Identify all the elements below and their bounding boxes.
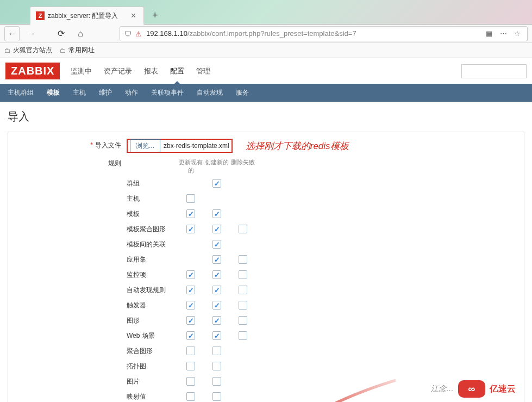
search-input[interactable] <box>461 64 527 78</box>
top-menu-item[interactable]: 监测中 <box>70 63 93 79</box>
rule-checkbox[interactable] <box>186 209 195 218</box>
rule-checkbox[interactable] <box>212 255 221 264</box>
selected-file-name: zbx-redis-template.xml <box>164 142 229 150</box>
rule-checkbox[interactable] <box>212 179 221 188</box>
sub-menu-item[interactable]: 主机 <box>72 84 87 102</box>
reload-button[interactable]: ⟳ <box>53 26 68 41</box>
rule-name: 监控项 <box>127 270 178 280</box>
tab-favicon: Z <box>36 11 45 20</box>
rule-name: 群组 <box>127 179 178 188</box>
rule-checkbox[interactable] <box>212 316 221 325</box>
close-tab-icon[interactable]: × <box>129 11 138 21</box>
rule-checkbox[interactable] <box>212 347 221 355</box>
rule-checkbox[interactable] <box>186 362 195 370</box>
bookmark-bar: 🗀 火狐官方站点 🗀 常用网址 <box>0 43 532 58</box>
url-text: 192.168.1.10/zabbix/conf.import.php?rule… <box>146 29 480 38</box>
rule-checkbox[interactable] <box>239 301 247 310</box>
top-menu-item[interactable]: 配置 <box>169 63 185 79</box>
rule-name: 图形 <box>127 316 178 325</box>
rule-name: 聚合图形 <box>127 347 178 356</box>
watermark-brand: 亿速云 <box>490 384 516 395</box>
rule-checkbox[interactable] <box>239 286 247 294</box>
watermark: 江念… ∞ 亿速云 <box>407 378 516 400</box>
browser-toolbar: ← → ⟳ ⌂ 🛡 ⚠ 192.168.1.10/zabbix/conf.imp… <box>0 24 532 43</box>
zabbix-header: ZABBIX 监测中资产记录报表配置管理 <box>0 58 532 79</box>
back-button[interactable]: ← <box>4 26 20 41</box>
sub-menu-item[interactable]: 主机群组 <box>7 84 35 102</box>
rule-checkbox[interactable] <box>186 331 195 340</box>
rule-checkbox[interactable] <box>186 301 195 310</box>
bookmark-item[interactable]: 🗀 火狐官方站点 <box>4 46 52 55</box>
watermark-logo-icon: ∞ <box>458 380 485 398</box>
top-menu-item[interactable]: 管理 <box>195 63 211 79</box>
shield-icon: 🛡 <box>124 30 132 38</box>
rule-checkbox[interactable] <box>186 270 195 279</box>
rules-label: 规则 <box>35 158 127 175</box>
rule-checkbox[interactable] <box>212 286 221 294</box>
rule-checkbox[interactable] <box>186 377 195 386</box>
rule-checkbox[interactable] <box>239 270 247 279</box>
bookmark-item[interactable]: 🗀 常用网址 <box>60 46 95 55</box>
page-title: 导入 <box>0 102 532 132</box>
rule-checkbox[interactable] <box>186 225 195 233</box>
sub-menu-item[interactable]: 自动发现 <box>196 84 224 102</box>
rule-checkbox[interactable] <box>212 362 221 370</box>
rule-name: 主机 <box>127 194 178 203</box>
sub-menu-item[interactable]: 维护 <box>98 84 113 102</box>
rule-checkbox[interactable] <box>212 240 221 249</box>
rule-checkbox[interactable] <box>186 286 195 294</box>
folder-icon: 🗀 <box>4 47 11 54</box>
folder-icon: 🗀 <box>60 47 66 54</box>
bookmark-label: 火狐官方站点 <box>13 46 52 55</box>
rule-checkbox[interactable] <box>186 347 195 355</box>
rule-checkbox[interactable] <box>239 316 247 325</box>
rule-name: Web 场景 <box>127 331 178 341</box>
address-bar[interactable]: 🛡 ⚠ 192.168.1.10/zabbix/conf.import.php?… <box>120 26 528 41</box>
rule-checkbox[interactable] <box>212 209 221 218</box>
col-header-create: 创建新的 <box>204 158 230 175</box>
forward-button[interactable]: → <box>24 26 39 41</box>
sub-menu-item[interactable]: 模板 <box>46 84 61 102</box>
zabbix-logo[interactable]: ZABBIX <box>5 63 60 79</box>
more-icon[interactable]: ⋯ <box>498 28 509 39</box>
top-menu-item[interactable]: 报表 <box>143 63 159 79</box>
col-header-delete: 删除失败 <box>230 158 256 175</box>
bookmark-star-icon[interactable]: ☆ <box>512 28 523 39</box>
rule-checkbox[interactable] <box>212 270 221 279</box>
tab-title: zabbix_server: 配置导入 <box>48 11 129 21</box>
rule-checkbox[interactable] <box>239 331 247 340</box>
col-header-update: 更新现有的 <box>178 158 204 175</box>
rule-checkbox[interactable] <box>186 194 195 203</box>
rule-checkbox[interactable] <box>212 301 221 310</box>
reader-icon[interactable]: ▦ <box>484 28 495 39</box>
rule-name: 自动发现规则 <box>127 286 178 295</box>
rule-checkbox[interactable] <box>212 377 221 386</box>
rule-name: 拓扑图 <box>127 362 178 371</box>
rule-checkbox[interactable] <box>186 392 195 401</box>
rule-checkbox[interactable] <box>239 225 247 233</box>
new-tab-button[interactable]: + <box>152 10 158 21</box>
rule-checkbox[interactable] <box>212 331 221 340</box>
rule-checkbox[interactable] <box>212 225 221 233</box>
file-highlight: 浏览... zbx-redis-template.xml <box>127 139 233 153</box>
sub-menu-item[interactable]: 服务 <box>235 84 250 102</box>
sub-menu: 主机群组模板主机维护动作关联项事件自动发现服务 <box>0 84 532 102</box>
rule-checkbox[interactable] <box>239 255 247 264</box>
browse-button[interactable]: 浏览... <box>130 139 160 152</box>
import-form: *导入文件 浏览... zbx-redis-template.xml 选择刚才下… <box>8 132 524 402</box>
rule-name: 映射值 <box>127 392 178 401</box>
annotation-text: 选择刚才下载的redis模板 <box>246 140 349 152</box>
rule-checkbox[interactable] <box>186 316 195 325</box>
rule-checkbox[interactable] <box>212 392 221 401</box>
rule-name: 触发器 <box>127 301 178 310</box>
browser-tab-bar: Z zabbix_server: 配置导入 × + <box>0 0 532 24</box>
sub-menu-item[interactable]: 动作 <box>124 84 139 102</box>
browser-tab[interactable]: Z zabbix_server: 配置导入 × <box>30 7 144 24</box>
home-button[interactable]: ⌂ <box>73 26 88 41</box>
rule-name: 模板 <box>127 209 178 219</box>
sub-menu-item[interactable]: 关联项事件 <box>150 84 185 102</box>
rule-name: 应用集 <box>127 255 178 264</box>
bookmark-label: 常用网址 <box>68 46 95 55</box>
top-menu-item[interactable]: 资产记录 <box>103 63 133 79</box>
rule-name: 模板聚合图形 <box>127 225 178 234</box>
